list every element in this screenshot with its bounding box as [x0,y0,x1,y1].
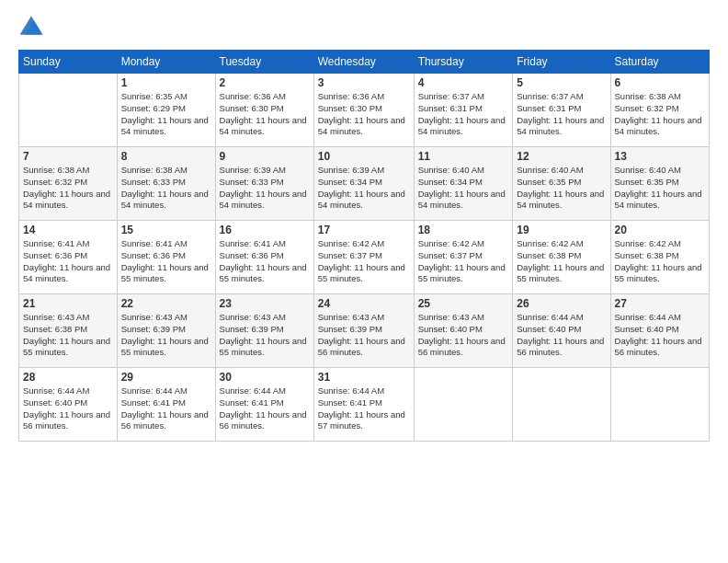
day-number: 10 [318,150,410,163]
day-info: Sunrise: 6:44 AMSunset: 6:40 PMDaylight:… [615,312,705,359]
day-info: Sunrise: 6:44 AMSunset: 6:40 PMDaylight:… [23,385,113,432]
logo [18,15,48,40]
day-number: 6 [615,76,705,89]
calendar-cell: 8Sunrise: 6:38 AMSunset: 6:33 PMDaylight… [117,147,215,221]
day-info: Sunrise: 6:44 AMSunset: 6:41 PMDaylight:… [220,385,310,432]
day-info: Sunrise: 6:40 AMSunset: 6:35 PMDaylight:… [615,165,705,212]
day-info: Sunrise: 6:41 AMSunset: 6:36 PMDaylight:… [23,238,113,285]
calendar-cell: 3Sunrise: 6:36 AMSunset: 6:30 PMDaylight… [313,74,414,147]
calendar-week-4: 21Sunrise: 6:43 AMSunset: 6:38 PMDayligh… [19,294,710,368]
calendar-cell [414,368,513,442]
calendar-cell: 19Sunrise: 6:42 AMSunset: 6:38 PMDayligh… [513,221,610,294]
col-header-sunday: Sunday [19,51,118,74]
day-info: Sunrise: 6:43 AMSunset: 6:39 PMDaylight:… [220,312,310,359]
header [18,15,710,40]
day-info: Sunrise: 6:38 AMSunset: 6:32 PMDaylight:… [23,165,113,212]
day-number: 30 [220,371,310,384]
day-number: 7 [23,150,113,163]
day-number: 19 [517,224,606,236]
logo-icon [18,15,44,40]
calendar-cell: 9Sunrise: 6:39 AMSunset: 6:33 PMDaylight… [215,147,313,221]
calendar-table: SundayMondayTuesdayWednesdayThursdayFrid… [18,50,710,442]
col-header-saturday: Saturday [610,51,709,74]
day-number: 13 [615,150,705,163]
day-number: 28 [23,371,113,384]
day-info: Sunrise: 6:38 AMSunset: 6:32 PMDaylight:… [615,91,705,138]
calendar-cell [19,74,118,147]
calendar-cell: 10Sunrise: 6:39 AMSunset: 6:34 PMDayligh… [313,147,414,221]
day-info: Sunrise: 6:43 AMSunset: 6:39 PMDaylight:… [318,312,410,359]
calendar-cell: 29Sunrise: 6:44 AMSunset: 6:41 PMDayligh… [117,368,215,442]
day-number: 18 [418,224,509,236]
day-number: 24 [318,297,410,310]
day-info: Sunrise: 6:41 AMSunset: 6:36 PMDaylight:… [220,238,310,285]
calendar-cell: 20Sunrise: 6:42 AMSunset: 6:38 PMDayligh… [610,221,709,294]
page: SundayMondayTuesdayWednesdayThursdayFrid… [0,0,728,563]
day-number: 14 [23,224,113,236]
calendar-cell: 1Sunrise: 6:35 AMSunset: 6:29 PMDaylight… [117,74,215,147]
calendar-cell: 18Sunrise: 6:42 AMSunset: 6:37 PMDayligh… [414,221,513,294]
day-info: Sunrise: 6:35 AMSunset: 6:29 PMDaylight:… [121,91,211,138]
day-info: Sunrise: 6:38 AMSunset: 6:33 PMDaylight:… [121,165,211,212]
day-info: Sunrise: 6:40 AMSunset: 6:34 PMDaylight:… [418,165,509,212]
day-info: Sunrise: 6:37 AMSunset: 6:31 PMDaylight:… [517,91,606,138]
day-number: 12 [517,150,606,163]
calendar-header-row: SundayMondayTuesdayWednesdayThursdayFrid… [19,51,710,74]
calendar-cell: 31Sunrise: 6:44 AMSunset: 6:41 PMDayligh… [313,368,414,442]
day-info: Sunrise: 6:42 AMSunset: 6:37 PMDaylight:… [318,238,410,285]
col-header-wednesday: Wednesday [313,51,414,74]
day-number: 16 [220,224,310,236]
day-number: 9 [220,150,310,163]
day-info: Sunrise: 6:41 AMSunset: 6:36 PMDaylight:… [121,238,211,285]
day-info: Sunrise: 6:42 AMSunset: 6:37 PMDaylight:… [418,238,509,285]
calendar-cell: 2Sunrise: 6:36 AMSunset: 6:30 PMDaylight… [215,74,313,147]
col-header-thursday: Thursday [414,51,513,74]
calendar-cell: 16Sunrise: 6:41 AMSunset: 6:36 PMDayligh… [215,221,313,294]
day-number: 3 [318,76,410,89]
day-number: 20 [615,224,705,236]
day-info: Sunrise: 6:39 AMSunset: 6:34 PMDaylight:… [318,165,410,212]
day-number: 1 [121,76,211,89]
day-number: 4 [418,76,509,89]
calendar-cell: 12Sunrise: 6:40 AMSunset: 6:35 PMDayligh… [513,147,610,221]
calendar-cell [513,368,610,442]
calendar-week-5: 28Sunrise: 6:44 AMSunset: 6:40 PMDayligh… [19,368,710,442]
calendar-cell: 27Sunrise: 6:44 AMSunset: 6:40 PMDayligh… [610,294,709,368]
calendar-cell [610,368,709,442]
day-number: 8 [121,150,211,163]
calendar-cell: 14Sunrise: 6:41 AMSunset: 6:36 PMDayligh… [19,221,118,294]
calendar-cell: 26Sunrise: 6:44 AMSunset: 6:40 PMDayligh… [513,294,610,368]
day-info: Sunrise: 6:36 AMSunset: 6:30 PMDaylight:… [318,91,410,138]
day-info: Sunrise: 6:43 AMSunset: 6:38 PMDaylight:… [23,312,113,359]
calendar-week-3: 14Sunrise: 6:41 AMSunset: 6:36 PMDayligh… [19,221,710,294]
calendar-week-1: 1Sunrise: 6:35 AMSunset: 6:29 PMDaylight… [19,74,710,147]
day-number: 11 [418,150,509,163]
calendar-cell: 28Sunrise: 6:44 AMSunset: 6:40 PMDayligh… [19,368,118,442]
calendar-cell: 21Sunrise: 6:43 AMSunset: 6:38 PMDayligh… [19,294,118,368]
calendar-cell: 6Sunrise: 6:38 AMSunset: 6:32 PMDaylight… [610,74,709,147]
calendar-cell: 17Sunrise: 6:42 AMSunset: 6:37 PMDayligh… [313,221,414,294]
calendar-cell: 23Sunrise: 6:43 AMSunset: 6:39 PMDayligh… [215,294,313,368]
day-info: Sunrise: 6:43 AMSunset: 6:40 PMDaylight:… [418,312,509,359]
calendar-cell: 25Sunrise: 6:43 AMSunset: 6:40 PMDayligh… [414,294,513,368]
calendar-cell: 22Sunrise: 6:43 AMSunset: 6:39 PMDayligh… [117,294,215,368]
calendar-cell: 30Sunrise: 6:44 AMSunset: 6:41 PMDayligh… [215,368,313,442]
day-number: 27 [615,297,705,310]
day-info: Sunrise: 6:42 AMSunset: 6:38 PMDaylight:… [615,238,705,285]
day-info: Sunrise: 6:44 AMSunset: 6:41 PMDaylight:… [121,385,211,432]
day-info: Sunrise: 6:44 AMSunset: 6:40 PMDaylight:… [517,312,606,359]
day-number: 17 [318,224,410,236]
day-number: 21 [23,297,113,310]
calendar-cell: 5Sunrise: 6:37 AMSunset: 6:31 PMDaylight… [513,74,610,147]
calendar-cell: 15Sunrise: 6:41 AMSunset: 6:36 PMDayligh… [117,221,215,294]
day-info: Sunrise: 6:42 AMSunset: 6:38 PMDaylight:… [517,238,606,285]
day-number: 22 [121,297,211,310]
calendar-cell: 7Sunrise: 6:38 AMSunset: 6:32 PMDaylight… [19,147,118,221]
day-info: Sunrise: 6:44 AMSunset: 6:41 PMDaylight:… [318,385,410,432]
calendar-cell: 11Sunrise: 6:40 AMSunset: 6:34 PMDayligh… [414,147,513,221]
day-number: 29 [121,371,211,384]
col-header-friday: Friday [513,51,610,74]
day-number: 26 [517,297,606,310]
day-number: 5 [517,76,606,89]
day-number: 31 [318,371,410,384]
